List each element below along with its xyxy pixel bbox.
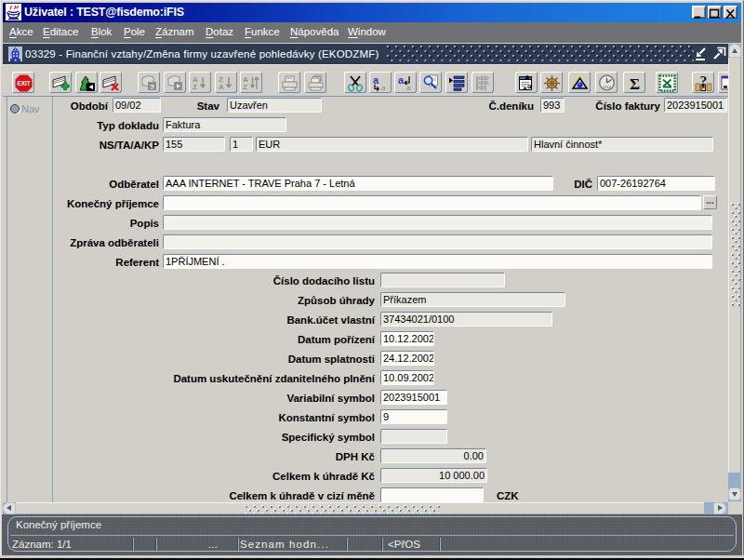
svg-text:?: ? [700, 74, 708, 88]
svg-text:Σ: Σ [630, 75, 640, 93]
svg-text:EXIT: EXIT [18, 80, 31, 87]
svg-text:a: a [406, 84, 411, 92]
svg-text:A: A [219, 83, 224, 91]
svg-text:Z: Z [193, 83, 197, 91]
svg-text:?: ? [150, 83, 154, 91]
svg-text:Z: Z [243, 83, 247, 91]
svg-text:1314: 1314 [603, 85, 612, 89]
svg-text:a: a [381, 84, 386, 92]
svg-text:a: a [398, 74, 405, 86]
svg-text:a: a [373, 74, 379, 86]
